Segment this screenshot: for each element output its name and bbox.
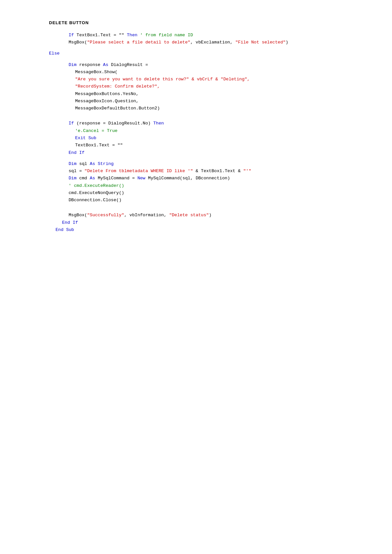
code-line: Dim response As DialogResult = [49,61,343,69]
code-spacer [49,156,343,160]
code-token: "File Not selected" [235,40,286,45]
code-spacer [49,57,343,61]
code-spacer [49,46,343,50]
code-line: End If [49,149,343,156]
code-token: MsgBox( [69,213,87,218]
code-line: End Sub [49,226,343,234]
code-token: "Delete From tblmetadata WHERE ID like '… [85,169,193,173]
code-token: "Please select a file detail to delete" [87,40,190,45]
code-line: MessageBoxIcon.Question, [49,98,343,105]
code-token: Dim [69,62,79,67]
code-line: End If [49,219,343,226]
code-line: 'e.Cancel = True [49,127,343,135]
code-line: If TextBox1.Text = "" Then ' from field … [49,32,343,39]
code-token: response [79,62,103,67]
code-line: Dim sql As String [49,160,343,168]
code-token: Exit Sub [75,136,96,140]
code-token: (response = DialogResult.No) [76,121,153,126]
code-spacer [49,116,343,120]
code-token: If [69,121,76,126]
code-line: DBconnection.Close() [49,197,343,204]
code-line: MessageBoxDefaultButton.Button2) [49,105,343,112]
code-container: DELETE BUTTON If TextBox1.Text = "" Then… [49,20,343,234]
code-line: If (response = DialogResult.No) Then [49,120,343,127]
code-token: Else [49,51,59,56]
code-line: sql = "Delete From tblmetadata WHERE ID … [49,168,343,175]
code-token: As [103,62,111,67]
code-line: MsgBox("Successfully", vbInformation, "D… [49,212,343,219]
code-token: MySqlCommand = [98,176,138,181]
code-token: MessageBoxDefaultButton.Button2) [75,106,160,111]
code-token: As [90,176,98,181]
code-token: DialogResult = [111,62,148,67]
code-token: "Delete status" [169,213,209,218]
code-token: ) [286,40,288,45]
code-token: As [90,161,98,166]
code-token: "" [118,143,123,148]
code-token: cmd.ExecuteNonQuery() [69,190,124,195]
code-token: ) [209,213,211,218]
code-spacer [49,204,343,208]
code-token: Dim [69,176,79,181]
code-token: MessageBoxIcon.Question, [75,99,139,104]
code-spacer [49,208,343,212]
code-spacer [49,112,343,116]
section-label: DELETE BUTTON [49,20,343,26]
code-token: DBconnection.Close() [69,198,122,203]
code-line: Else [49,50,343,57]
code-token: ' cmd.ExecuteReader() [69,183,124,188]
code-token: MsgBox( [69,40,87,45]
code-token: "RecordSystem: Confirm delete?", [75,84,160,89]
code-token: If [69,33,76,38]
code-token: 'e.Cancel = True [75,128,118,133]
code-line: TextBox1.Text = "" [49,142,343,149]
code-token: String [98,161,114,166]
code-token: , vbInformation, [124,213,169,218]
code-token: MessageBoxButtons.YesNo, [75,91,139,96]
code-token: End If [69,150,85,155]
code-token: "" [119,33,124,38]
code-token: sql [79,161,90,166]
code-token: sql = [69,169,85,173]
code-token: "Are you sure you want to delete this ro… [75,77,250,82]
code-token: cmd [79,176,90,181]
code-line: Dim cmd As MySqlCommand = New MySqlComma… [49,175,343,182]
code-token: Dim [69,161,79,166]
code-line: cmd.ExecuteNonQuery() [49,189,343,197]
code-token: End Sub [56,227,74,232]
code-token: TextBox1.Text = [76,33,119,38]
code-line: MessageBox.Show( [49,69,343,76]
code-line: Exit Sub [49,135,343,142]
code-token: "Successfully" [87,213,124,218]
code-token: Then [153,121,164,126]
code-token: End If [62,220,78,225]
code-token: & TextBox1.Text & [193,169,243,173]
code-token: MessageBox.Show( [75,70,118,74]
code-token: Then [124,33,140,38]
code-line: "RecordSystem: Confirm delete?", [49,83,343,90]
code-token: , vbExclamation, [190,40,236,45]
code-line: MessageBoxButtons.YesNo, [49,90,343,98]
code-token: New [138,176,148,181]
code-token: ' from field name ID [140,33,193,38]
code-token: TextBox1.Text = [75,143,118,148]
code-block: If TextBox1.Text = "" Then ' from field … [49,32,343,234]
code-line: ' cmd.ExecuteReader() [49,182,343,189]
code-line: "Are you sure you want to delete this ro… [49,76,343,83]
code-token: "'" [243,169,251,173]
code-token: MySqlCommand(sql, DBconnection) [148,176,230,181]
code-line: MsgBox("Please select a file detail to d… [49,39,343,46]
